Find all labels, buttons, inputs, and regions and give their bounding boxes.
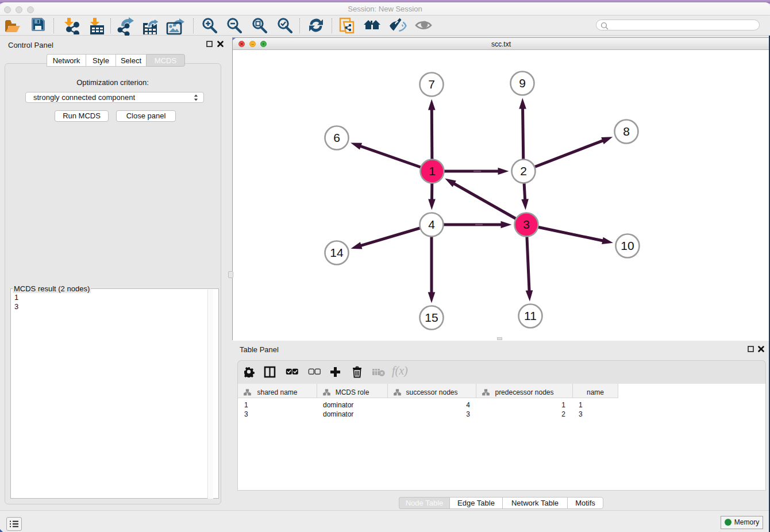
svg-text:2: 2 xyxy=(520,164,527,178)
svg-text:3: 3 xyxy=(523,218,530,231)
svg-text:6: 6 xyxy=(333,131,340,144)
svg-text:10: 10 xyxy=(621,239,634,252)
svg-text:8: 8 xyxy=(623,125,630,138)
svg-text:14: 14 xyxy=(330,246,344,259)
svg-text:11: 11 xyxy=(524,309,537,322)
svg-text:9: 9 xyxy=(519,76,526,90)
svg-text:7: 7 xyxy=(428,78,435,91)
svg-text:4: 4 xyxy=(428,218,435,231)
svg-text:15: 15 xyxy=(425,311,438,324)
svg-text:1: 1 xyxy=(429,164,436,178)
